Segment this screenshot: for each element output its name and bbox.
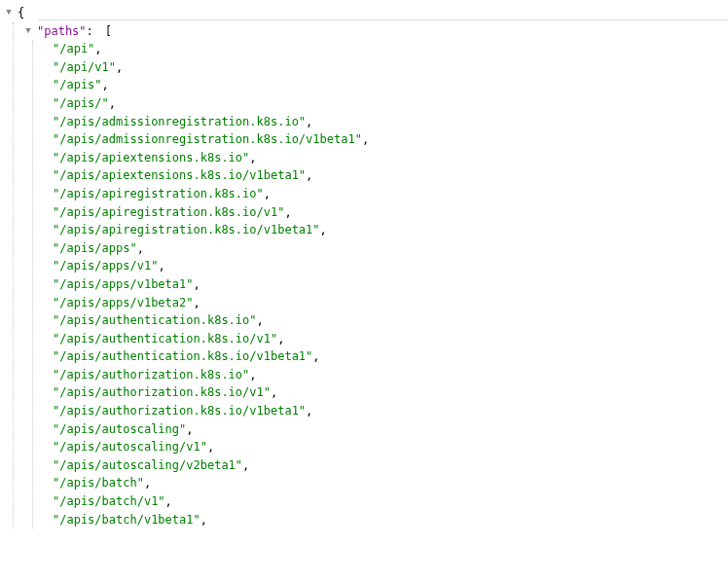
comma: ,	[200, 511, 207, 529]
array-item: "/apis/apps/v1beta1",	[53, 275, 728, 294]
array-item: "/apis/admissionregistration.k8s.io/v1be…	[53, 130, 728, 149]
comma: ,	[312, 347, 319, 366]
json-string-value: "/apis"	[53, 76, 102, 94]
array-item: "/apis/authentication.k8s.io/v1beta1",	[53, 347, 728, 366]
json-string-value: "/apis/autoscaling/v1"	[53, 438, 207, 456]
json-tree-viewer: { "paths" : [ "/api","/api/v1","/apis","…	[4, 4, 728, 528]
array-item: "/apis/batch/v1beta1",	[53, 511, 728, 529]
json-string-value: "/apis/apiextensions.k8s.io"	[53, 149, 249, 167]
comma: ,	[207, 438, 214, 456]
json-string-value: "/apis/batch/v1beta1"	[53, 511, 200, 529]
json-string-value: "/apis/"	[53, 94, 109, 113]
array-item: "/apis/apiregistration.k8s.io/v1",	[53, 203, 728, 222]
comma: ,	[109, 94, 116, 113]
array-item: "/apis/batch",	[53, 474, 728, 492]
array-item: "/apis/apps/v1",	[53, 257, 728, 275]
array-item: "/apis/autoscaling/v2beta1",	[53, 456, 728, 475]
open-brace: {	[18, 4, 24, 22]
comma: ,	[186, 420, 193, 439]
comma: ,	[306, 113, 312, 131]
array-item: "/apis/apiextensions.k8s.io",	[53, 149, 728, 167]
comma: ,	[320, 221, 327, 239]
array-children: "/api","/api/v1","/apis","/apis/","/apis…	[23, 40, 728, 528]
json-string-value: "/apis/apiregistration.k8s.io/v1"	[53, 203, 284, 222]
comma: ,	[94, 40, 101, 58]
json-string-value: "/apis/apps/v1"	[53, 257, 158, 275]
open-bracket: [	[105, 22, 112, 41]
json-string-value: "/apis/authorization.k8s.io/v1"	[53, 383, 271, 402]
array-item: "/apis/autoscaling",	[53, 420, 728, 439]
comma: ,	[102, 76, 109, 94]
colon: :	[87, 22, 93, 41]
comma: ,	[306, 402, 312, 420]
array-item: "/api/v1",	[53, 58, 728, 77]
json-string-value: "/apis/apps/v1beta1"	[53, 275, 194, 294]
array-item: "/apis/",	[53, 94, 728, 113]
array-item: "/apis/apiextensions.k8s.io/v1beta1",	[53, 166, 728, 185]
chevron-down-icon[interactable]	[23, 26, 33, 36]
comma: ,	[306, 166, 312, 185]
json-string-value: "/apis/batch/v1"	[53, 492, 165, 511]
json-string-value: "/apis/authorization.k8s.io/v1beta1"	[53, 402, 306, 420]
json-string-value: "/api/v1"	[53, 58, 116, 77]
object-children: "paths" : [ "/api","/api/v1","/apis","/a…	[4, 22, 728, 529]
array-item: "/apis",	[53, 76, 728, 94]
json-key-paths: "paths"	[37, 22, 87, 41]
json-string-value: "/apis/authorization.k8s.io"	[53, 366, 249, 384]
comma: ,	[165, 492, 172, 511]
comma: ,	[116, 58, 123, 77]
comma: ,	[137, 239, 144, 258]
comma: ,	[249, 149, 256, 167]
array-item: "/apis/apiregistration.k8s.io/v1beta1",	[53, 221, 728, 239]
comma: ,	[271, 383, 277, 402]
comma: ,	[144, 474, 151, 492]
json-string-value: "/apis/authentication.k8s.io/v1"	[53, 330, 277, 348]
comma: ,	[257, 311, 264, 330]
array-item: "/apis/apps/v1beta2",	[53, 294, 728, 312]
comma: ,	[249, 366, 256, 384]
array-item: "/apis/autoscaling/v1",	[53, 438, 728, 456]
json-string-value: "/apis/apiextensions.k8s.io/v1beta1"	[53, 166, 306, 185]
json-string-value: "/apis/authentication.k8s.io/v1beta1"	[53, 347, 312, 366]
comma: ,	[277, 330, 284, 348]
array-item: "/apis/batch/v1",	[53, 492, 728, 511]
comma: ,	[194, 294, 200, 312]
array-item: "/apis/authorization.k8s.io/v1",	[53, 383, 728, 402]
comma: ,	[284, 203, 291, 222]
chevron-down-icon[interactable]	[4, 8, 14, 18]
json-string-value: "/apis/apiregistration.k8s.io"	[53, 185, 264, 203]
paths-key-row: "paths" : [	[23, 22, 728, 41]
array-item: "/apis/admissionregistration.k8s.io",	[53, 113, 728, 131]
array-item: "/apis/apiregistration.k8s.io",	[53, 185, 728, 203]
json-string-value: "/apis/autoscaling/v2beta1"	[53, 456, 242, 475]
array-item: "/apis/apps",	[53, 239, 728, 258]
array-item: "/api",	[53, 40, 728, 58]
json-string-value: "/apis/authentication.k8s.io"	[53, 311, 257, 330]
json-string-value: "/apis/apiregistration.k8s.io/v1beta1"	[53, 221, 320, 239]
array-item: "/apis/authentication.k8s.io",	[53, 311, 728, 330]
comma: ,	[194, 275, 200, 294]
json-string-value: "/api"	[53, 40, 94, 58]
json-string-value: "/apis/autoscaling"	[53, 420, 186, 439]
json-string-value: "/apis/admissionregistration.k8s.io/v1be…	[53, 130, 362, 149]
array-item: "/apis/authentication.k8s.io/v1",	[53, 330, 728, 348]
comma: ,	[362, 130, 369, 149]
comma: ,	[242, 456, 249, 475]
json-string-value: "/apis/admissionregistration.k8s.io"	[53, 113, 306, 131]
comma: ,	[264, 185, 271, 203]
divider-line	[38, 19, 728, 20]
array-item: "/apis/authorization.k8s.io",	[53, 366, 728, 384]
json-string-value: "/apis/apps/v1beta2"	[53, 294, 194, 312]
json-string-value: "/apis/batch"	[53, 474, 144, 492]
comma: ,	[158, 257, 164, 275]
array-item: "/apis/authorization.k8s.io/v1beta1",	[53, 402, 728, 420]
json-string-value: "/apis/apps"	[53, 239, 137, 258]
